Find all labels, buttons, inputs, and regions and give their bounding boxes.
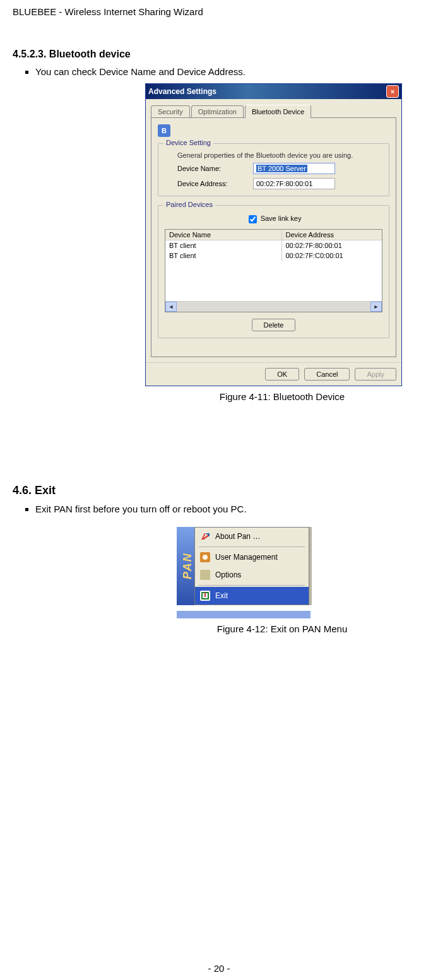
titlebar[interactable]: Advanced Settings ×: [146, 84, 401, 99]
menu-separator: [199, 546, 305, 547]
cancel-button[interactable]: Cancel: [304, 368, 350, 381]
device-name-field[interactable]: BT 2000 Server: [253, 163, 335, 174]
scroll-right-icon[interactable]: ►: [370, 302, 382, 312]
menu-item-label: About Pan …: [215, 532, 260, 541]
figure-4-11-caption: Figure 4-11: Bluetooth Device: [139, 391, 425, 402]
bullet-exit-pan: Exit PAN first before you turn off or re…: [35, 504, 425, 514]
device-name-value: BT 2000 Server: [256, 165, 307, 172]
menu-separator: [199, 585, 305, 586]
scroll-left-icon[interactable]: ◄: [165, 302, 177, 312]
menu-item-exit[interactable]: Exit: [195, 587, 309, 605]
bluetooth-icon: B: [158, 124, 170, 137]
legend-paired-devices: Paired Devices: [163, 201, 215, 208]
table-row[interactable]: BT client 00:02:7F:80:00:01: [165, 240, 382, 251]
save-link-key-checkbox[interactable]: [249, 215, 257, 223]
groupbox-paired-devices: Paired Devices Save link key Device Name…: [158, 205, 389, 338]
pan-context-menu: About Pan … User Management Options Exit: [194, 527, 309, 605]
cell-device-name: BT client: [165, 251, 282, 261]
exit-icon: [200, 591, 210, 601]
cell-device-address: 00:02:7F:80:00:01: [282, 240, 382, 251]
pan-sidebar-logo: PAN: [177, 527, 194, 605]
paired-devices-list[interactable]: Device Name Device Address BT client 00:…: [165, 229, 382, 312]
heading-4-6: 4.6. Exit: [13, 484, 425, 497]
about-icon: [200, 531, 210, 541]
tab-optimization[interactable]: Optimization: [191, 105, 244, 117]
horizontal-scrollbar[interactable]: ◄ ►: [165, 301, 382, 312]
groupbox-device-setting: Device Setting General properties of the…: [158, 143, 389, 196]
delete-button[interactable]: Delete: [252, 319, 296, 331]
taskbar-strip: [177, 610, 311, 618]
titlebar-text: Advanced Settings: [148, 87, 216, 96]
save-link-key-label: Save link key: [261, 215, 302, 222]
tab-bluetooth-device[interactable]: Bluetooth Device: [245, 105, 311, 118]
menu-item-label: User Management: [215, 553, 278, 562]
tab-security[interactable]: Security: [151, 105, 190, 117]
heading-4-5-2-3: 4.5.2.3. Bluetooth device: [13, 49, 425, 60]
bullet-check-device: You can check Device Name and Device Add…: [35, 66, 425, 77]
col-header-device-name[interactable]: Device Name: [165, 230, 282, 240]
cell-device-address: 00:02:7F:C0:00:01: [282, 251, 382, 261]
figure-4-12-caption: Figure 4-12: Exit on PAN Menu: [139, 623, 425, 634]
device-address-field: 00:02:7F:80:00:01: [253, 178, 335, 189]
menu-item-about[interactable]: About Pan …: [195, 528, 309, 545]
doc-header: BLUEBEE - Wireless Internet Sharing Wiza…: [13, 6, 425, 17]
table-row[interactable]: BT client 00:02:7F:C0:00:01: [165, 251, 382, 261]
menu-shadow: [309, 527, 312, 605]
cell-device-name: BT client: [165, 240, 282, 251]
ok-button[interactable]: OK: [265, 368, 299, 381]
menu-item-options[interactable]: Options: [195, 566, 309, 584]
apply-button[interactable]: Apply: [355, 368, 396, 381]
label-device-address: Device Address:: [177, 180, 253, 187]
col-header-device-address[interactable]: Device Address: [282, 230, 382, 240]
menu-item-label: Options: [215, 570, 241, 579]
options-icon: [200, 570, 210, 580]
legend-device-setting: Device Setting: [163, 139, 213, 146]
label-device-name: Device Name:: [177, 165, 253, 172]
page-number: - 20 -: [0, 963, 438, 974]
close-icon[interactable]: ×: [386, 85, 399, 98]
menu-item-label: Exit: [215, 591, 228, 600]
menu-item-user-management[interactable]: User Management: [195, 548, 309, 566]
advanced-settings-dialog: Advanced Settings × Security Optimizatio…: [145, 83, 402, 386]
device-setting-desc: General properties of the Bluetooth devi…: [177, 151, 382, 159]
user-icon: [200, 552, 210, 562]
